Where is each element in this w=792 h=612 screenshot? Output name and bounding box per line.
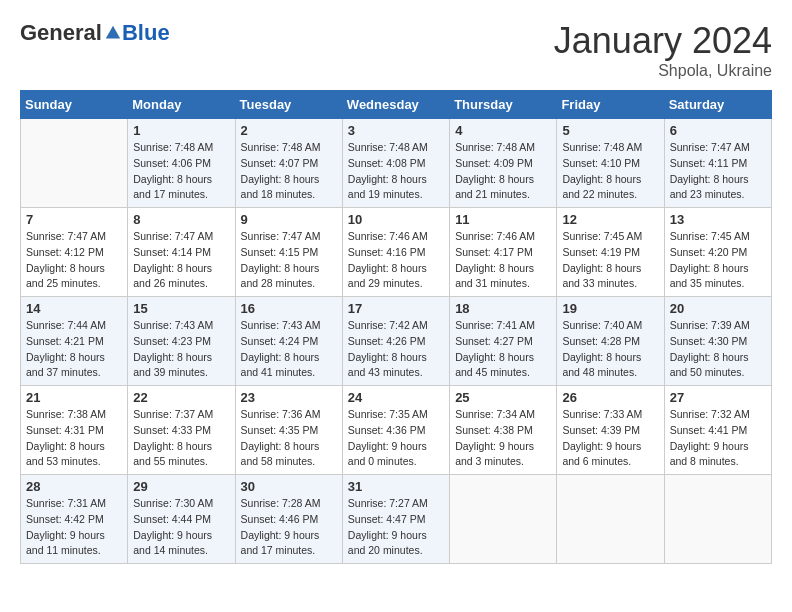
day-number: 31 [348, 479, 444, 494]
day-number: 2 [241, 123, 337, 138]
day-info: Sunrise: 7:31 AMSunset: 4:42 PMDaylight:… [26, 496, 122, 559]
calendar-day-cell: 1Sunrise: 7:48 AMSunset: 4:06 PMDaylight… [128, 119, 235, 208]
day-number: 26 [562, 390, 658, 405]
day-number: 16 [241, 301, 337, 316]
day-info: Sunrise: 7:43 AMSunset: 4:23 PMDaylight:… [133, 318, 229, 381]
calendar-day-cell: 16Sunrise: 7:43 AMSunset: 4:24 PMDayligh… [235, 297, 342, 386]
calendar-day-cell: 3Sunrise: 7:48 AMSunset: 4:08 PMDaylight… [342, 119, 449, 208]
weekday-header-cell: Monday [128, 91, 235, 119]
calendar-week-row: 28Sunrise: 7:31 AMSunset: 4:42 PMDayligh… [21, 475, 772, 564]
calendar-day-cell: 2Sunrise: 7:48 AMSunset: 4:07 PMDaylight… [235, 119, 342, 208]
day-number: 12 [562, 212, 658, 227]
calendar-day-cell: 13Sunrise: 7:45 AMSunset: 4:20 PMDayligh… [664, 208, 771, 297]
logo: General Blue [20, 20, 170, 46]
calendar-day-cell: 11Sunrise: 7:46 AMSunset: 4:17 PMDayligh… [450, 208, 557, 297]
calendar-day-cell: 4Sunrise: 7:48 AMSunset: 4:09 PMDaylight… [450, 119, 557, 208]
day-info: Sunrise: 7:40 AMSunset: 4:28 PMDaylight:… [562, 318, 658, 381]
day-info: Sunrise: 7:28 AMSunset: 4:46 PMDaylight:… [241, 496, 337, 559]
day-number: 14 [26, 301, 122, 316]
day-number: 4 [455, 123, 551, 138]
day-info: Sunrise: 7:48 AMSunset: 4:08 PMDaylight:… [348, 140, 444, 203]
calendar-day-cell: 28Sunrise: 7:31 AMSunset: 4:42 PMDayligh… [21, 475, 128, 564]
calendar-day-cell: 25Sunrise: 7:34 AMSunset: 4:38 PMDayligh… [450, 386, 557, 475]
day-info: Sunrise: 7:47 AMSunset: 4:15 PMDaylight:… [241, 229, 337, 292]
day-info: Sunrise: 7:45 AMSunset: 4:19 PMDaylight:… [562, 229, 658, 292]
page-header: General Blue January 2024 Shpola, Ukrain… [20, 20, 772, 80]
day-info: Sunrise: 7:48 AMSunset: 4:06 PMDaylight:… [133, 140, 229, 203]
calendar-week-row: 21Sunrise: 7:38 AMSunset: 4:31 PMDayligh… [21, 386, 772, 475]
calendar-day-cell: 21Sunrise: 7:38 AMSunset: 4:31 PMDayligh… [21, 386, 128, 475]
day-number: 7 [26, 212, 122, 227]
day-number: 21 [26, 390, 122, 405]
calendar-week-row: 7Sunrise: 7:47 AMSunset: 4:12 PMDaylight… [21, 208, 772, 297]
weekday-header-cell: Wednesday [342, 91, 449, 119]
calendar-day-cell: 17Sunrise: 7:42 AMSunset: 4:26 PMDayligh… [342, 297, 449, 386]
calendar-day-cell: 31Sunrise: 7:27 AMSunset: 4:47 PMDayligh… [342, 475, 449, 564]
calendar-day-cell: 5Sunrise: 7:48 AMSunset: 4:10 PMDaylight… [557, 119, 664, 208]
day-number: 27 [670, 390, 766, 405]
day-number: 6 [670, 123, 766, 138]
day-info: Sunrise: 7:46 AMSunset: 4:16 PMDaylight:… [348, 229, 444, 292]
calendar-day-cell [664, 475, 771, 564]
day-info: Sunrise: 7:39 AMSunset: 4:30 PMDaylight:… [670, 318, 766, 381]
calendar-day-cell: 19Sunrise: 7:40 AMSunset: 4:28 PMDayligh… [557, 297, 664, 386]
day-number: 19 [562, 301, 658, 316]
calendar-day-cell: 15Sunrise: 7:43 AMSunset: 4:23 PMDayligh… [128, 297, 235, 386]
day-number: 23 [241, 390, 337, 405]
svg-marker-0 [106, 26, 120, 39]
calendar-body: 1Sunrise: 7:48 AMSunset: 4:06 PMDaylight… [21, 119, 772, 564]
day-number: 9 [241, 212, 337, 227]
title-block: January 2024 Shpola, Ukraine [554, 20, 772, 80]
day-number: 18 [455, 301, 551, 316]
calendar-day-cell [557, 475, 664, 564]
day-info: Sunrise: 7:47 AMSunset: 4:11 PMDaylight:… [670, 140, 766, 203]
weekday-header-cell: Saturday [664, 91, 771, 119]
day-info: Sunrise: 7:41 AMSunset: 4:27 PMDaylight:… [455, 318, 551, 381]
day-number: 24 [348, 390, 444, 405]
calendar-day-cell: 8Sunrise: 7:47 AMSunset: 4:14 PMDaylight… [128, 208, 235, 297]
day-number: 29 [133, 479, 229, 494]
day-number: 11 [455, 212, 551, 227]
calendar-day-cell: 29Sunrise: 7:30 AMSunset: 4:44 PMDayligh… [128, 475, 235, 564]
month-title: January 2024 [554, 20, 772, 62]
day-info: Sunrise: 7:27 AMSunset: 4:47 PMDaylight:… [348, 496, 444, 559]
calendar-day-cell: 9Sunrise: 7:47 AMSunset: 4:15 PMDaylight… [235, 208, 342, 297]
day-info: Sunrise: 7:37 AMSunset: 4:33 PMDaylight:… [133, 407, 229, 470]
day-number: 10 [348, 212, 444, 227]
day-number: 8 [133, 212, 229, 227]
calendar-week-row: 14Sunrise: 7:44 AMSunset: 4:21 PMDayligh… [21, 297, 772, 386]
logo-icon [104, 24, 122, 42]
day-number: 28 [26, 479, 122, 494]
weekday-header-cell: Thursday [450, 91, 557, 119]
day-info: Sunrise: 7:46 AMSunset: 4:17 PMDaylight:… [455, 229, 551, 292]
calendar-day-cell: 26Sunrise: 7:33 AMSunset: 4:39 PMDayligh… [557, 386, 664, 475]
day-info: Sunrise: 7:47 AMSunset: 4:12 PMDaylight:… [26, 229, 122, 292]
day-info: Sunrise: 7:30 AMSunset: 4:44 PMDaylight:… [133, 496, 229, 559]
calendar-day-cell: 18Sunrise: 7:41 AMSunset: 4:27 PMDayligh… [450, 297, 557, 386]
day-number: 25 [455, 390, 551, 405]
day-info: Sunrise: 7:47 AMSunset: 4:14 PMDaylight:… [133, 229, 229, 292]
day-number: 3 [348, 123, 444, 138]
day-info: Sunrise: 7:34 AMSunset: 4:38 PMDaylight:… [455, 407, 551, 470]
day-info: Sunrise: 7:32 AMSunset: 4:41 PMDaylight:… [670, 407, 766, 470]
calendar-day-cell: 22Sunrise: 7:37 AMSunset: 4:33 PMDayligh… [128, 386, 235, 475]
day-info: Sunrise: 7:42 AMSunset: 4:26 PMDaylight:… [348, 318, 444, 381]
calendar-table: SundayMondayTuesdayWednesdayThursdayFrid… [20, 90, 772, 564]
logo-general-text: General [20, 20, 102, 46]
calendar-day-cell [450, 475, 557, 564]
weekday-header-cell: Sunday [21, 91, 128, 119]
calendar-day-cell: 7Sunrise: 7:47 AMSunset: 4:12 PMDaylight… [21, 208, 128, 297]
logo-blue-text: Blue [122, 20, 170, 46]
day-info: Sunrise: 7:38 AMSunset: 4:31 PMDaylight:… [26, 407, 122, 470]
calendar-day-cell: 30Sunrise: 7:28 AMSunset: 4:46 PMDayligh… [235, 475, 342, 564]
day-number: 22 [133, 390, 229, 405]
weekday-header-cell: Tuesday [235, 91, 342, 119]
day-number: 13 [670, 212, 766, 227]
day-info: Sunrise: 7:35 AMSunset: 4:36 PMDaylight:… [348, 407, 444, 470]
weekday-header-row: SundayMondayTuesdayWednesdayThursdayFrid… [21, 91, 772, 119]
calendar-day-cell: 27Sunrise: 7:32 AMSunset: 4:41 PMDayligh… [664, 386, 771, 475]
location-subtitle: Shpola, Ukraine [554, 62, 772, 80]
day-number: 20 [670, 301, 766, 316]
calendar-week-row: 1Sunrise: 7:48 AMSunset: 4:06 PMDaylight… [21, 119, 772, 208]
weekday-header-cell: Friday [557, 91, 664, 119]
